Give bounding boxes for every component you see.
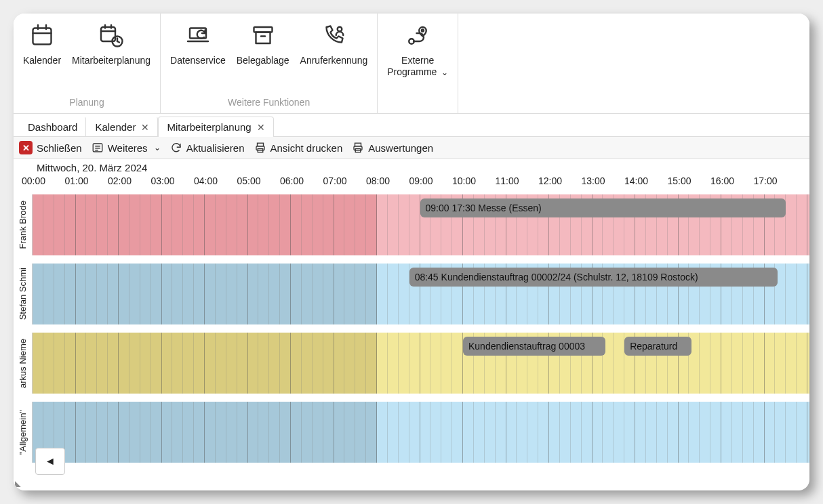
time-ruler: 00:0001:0002:0003:0004:0005:0006:0007:00… [33, 175, 809, 194]
row-header[interactable]: arkus Nieme [14, 333, 33, 394]
ribbon-kalender-button[interactable]: Kalender [18, 23, 66, 66]
event-label: 08:45 Kundendienstauftrag 00002/24 (Schu… [415, 272, 698, 282]
calendar-clock-icon [99, 23, 123, 49]
row-header[interactable]: Stefan Schmi [14, 264, 33, 324]
ribbon-belegablage-button[interactable]: Belegablage [231, 23, 295, 66]
toolbar: ✕ Schließen Weiteres ⌄ Aktualisieren Ans… [14, 137, 809, 159]
close-icon[interactable]: ✕ [257, 122, 265, 133]
app-window: KalenderMitarbeiterplanungPlanungDatense… [14, 14, 809, 490]
timeline-event[interactable]: Kundendienstauftrag 00003 [463, 337, 605, 356]
tab-label: Kalender [95, 121, 136, 133]
more-label: Weiteres [108, 142, 148, 154]
row-header-label: arkus Nieme [18, 339, 28, 388]
close-label: Schließen [37, 142, 82, 154]
ribbon-item-label: Anruferkennung [300, 55, 368, 66]
row-header-label: Stefan Schmi [18, 268, 28, 320]
tab-kalender[interactable]: Kalender✕ [86, 117, 158, 137]
ribbon-anruferkennung-button[interactable]: Anruferkennung [295, 23, 374, 66]
ribbon-group-label: Weitere Funktionen [228, 93, 310, 113]
time-tick: 17:00 [765, 175, 808, 194]
row-body[interactable]: 08:45 Kundendienstauftrag 00002/24 (Schu… [33, 264, 809, 324]
row-body[interactable]: Kundendienstauftrag 00003Reparaturd [33, 333, 809, 394]
timeline: Mittwoch, 20. März 2024 00:0001:0002:000… [14, 159, 809, 487]
row-header[interactable]: Frank Brode [14, 194, 33, 255]
document-tabs: DashboardKalender✕Mitarbeiterplanung✕ [14, 114, 809, 137]
chevron-down-icon: ⌄ [441, 68, 448, 77]
row-header[interactable]: "Allgemein" [14, 402, 33, 463]
resource-row: Stefan Schmi08:45 Kundendienstauftrag 00… [14, 264, 809, 324]
event-label: Kundendienstauftrag 00003 [468, 341, 585, 352]
ribbon-mitarbeiterplanung-button[interactable]: Mitarbeiterplanung [66, 23, 156, 66]
svg-rect-26 [355, 143, 361, 146]
ribbon-item-label: Datenservice [170, 55, 226, 66]
list-icon [92, 142, 104, 154]
tab-label: Mitarbeiterplanung [167, 121, 251, 133]
timeline-event[interactable]: Reparaturd [624, 337, 691, 356]
close-icon: ✕ [19, 141, 33, 154]
timeline-event[interactable]: 09:00 17:30 Messe (Essen) [420, 198, 786, 217]
resource-row: "Allgemein" [14, 402, 809, 463]
reports-button[interactable]: Auswertungen [352, 142, 433, 154]
print-view-button[interactable]: Ansicht drucken [254, 142, 343, 154]
ribbon-group: DatenserviceBelegablageAnruferkennungWei… [161, 14, 378, 113]
date-label: Mittwoch, 20. März 2024 [37, 162, 147, 173]
ribbon-item-label: ExterneProgramme ⌄ [387, 55, 448, 78]
event-label: 09:00 17:30 Messe (Essen) [426, 203, 542, 213]
svg-line-10 [117, 41, 119, 43]
svg-rect-23 [257, 143, 263, 146]
more-dropdown[interactable]: Weiteres ⌄ [92, 142, 161, 154]
resize-handle-icon: ◣ [15, 479, 21, 487]
tab-label: Dashboard [28, 121, 77, 133]
row-header-label: "Allgemein" [18, 410, 28, 455]
resource-row: arkus NiemeKundendienstauftrag 00003Repa… [14, 333, 809, 394]
reports-label: Auswertungen [368, 142, 433, 154]
scroll-left-button[interactable]: ◄ [35, 448, 65, 475]
print-label: Ansicht drucken [270, 142, 343, 154]
timeline-rows: Frank Brode09:00 17:30 Messe (Essen)Stef… [14, 194, 809, 471]
printer-icon [254, 142, 266, 154]
ribbon-group: KalenderMitarbeiterplanungPlanung [14, 14, 161, 113]
refresh-label: Aktualisieren [186, 142, 245, 154]
route-pin-icon [405, 23, 430, 49]
close-icon[interactable]: ✕ [141, 122, 149, 133]
ribbon-item-label: Mitarbeiterplanung [72, 55, 150, 66]
printer-icon [352, 142, 364, 154]
close-button[interactable]: ✕ Schließen [19, 141, 82, 154]
resource-row: Frank Brode09:00 17:30 Messe (Essen) [14, 194, 809, 255]
svg-rect-14 [256, 33, 270, 44]
phone-person-icon [321, 23, 346, 49]
calendar-icon [30, 23, 54, 49]
laptop-sync-icon [186, 23, 210, 49]
row-body[interactable] [33, 402, 809, 463]
row-body[interactable]: 09:00 17:30 Messe (Essen) [33, 194, 809, 255]
svg-point-16 [338, 27, 342, 32]
chevron-down-icon: ⌄ [154, 143, 161, 152]
refresh-button[interactable]: Aktualisieren [170, 142, 245, 154]
refresh-icon [170, 142, 182, 154]
ribbon-item-label: Belegablage [237, 55, 289, 66]
ribbon-datenservice-button[interactable]: Datenservice [165, 23, 231, 66]
timeline-event[interactable]: 08:45 Kundendienstauftrag 00002/24 (Schu… [409, 268, 778, 287]
svg-point-18 [422, 29, 424, 31]
event-label: Reparaturd [630, 341, 677, 352]
archive-icon [251, 23, 275, 49]
tab-mitarbeiterplanung[interactable]: Mitarbeiterplanung✕ [158, 117, 273, 137]
ribbon-group-label: Planung [69, 93, 104, 113]
ribbon: KalenderMitarbeiterplanungPlanungDatense… [14, 14, 809, 114]
ribbon-externe-programme-button[interactable]: ExterneProgramme ⌄ [382, 23, 454, 78]
ribbon-item-label: Kalender [23, 55, 61, 66]
tab-dashboard[interactable]: Dashboard [19, 117, 86, 137]
ribbon-group: ExterneProgramme ⌄ [378, 14, 458, 113]
svg-rect-0 [33, 28, 52, 45]
row-header-label: Frank Brode [18, 201, 28, 249]
